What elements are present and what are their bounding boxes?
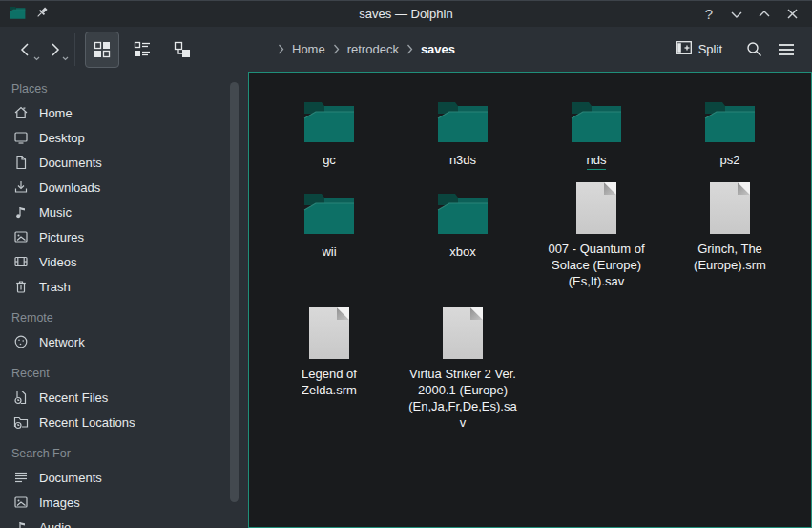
sidebar-item-label: Network: [39, 335, 85, 349]
folder-item-nds[interactable]: nds: [570, 82, 623, 174]
sidebar-item-search-images[interactable]: Images: [0, 490, 248, 515]
help-button[interactable]: ?: [698, 5, 719, 24]
folder-item-gc[interactable]: gc: [302, 82, 356, 174]
chevron-right-icon: [278, 44, 284, 54]
folder-icon: [703, 89, 757, 143]
app-folder-icon: [10, 6, 26, 22]
item-label: xbox: [449, 243, 475, 260]
file-item-virtua-striker-2[interactable]: Virtua Striker 2 Ver. 2000.1 (Europe) (E…: [406, 299, 519, 433]
sidebar-item-label: Documents: [39, 156, 102, 170]
sidebar-item-label: Videos: [39, 255, 77, 269]
sidebar-item-trash[interactable]: Trash: [0, 274, 248, 299]
sidebar-item-pictures[interactable]: Pictures: [0, 224, 248, 249]
item-label: Legend of Zelda.srm: [273, 366, 385, 398]
trash-icon: [12, 279, 29, 295]
file-item-007-quantum-of-solace[interactable]: 007 - Quantum of Solace (Europe) (Es,It)…: [540, 174, 653, 299]
recent-folder-clock-icon: [12, 414, 29, 431]
folder-icon: [570, 89, 623, 143]
image-icon: [12, 229, 29, 245]
sidebar-item-network[interactable]: Network: [0, 329, 248, 354]
desktop-icon: [12, 130, 29, 146]
split-view-icon: [676, 41, 692, 57]
sidebar-item-recent-locations[interactable]: Recent Locations: [0, 410, 248, 434]
section-places: Places Home Desktop Documents: [0, 79, 248, 299]
item-label: ps2: [720, 152, 740, 168]
sidebar-item-search-audio[interactable]: Audio: [0, 515, 248, 528]
breadcrumb-home[interactable]: Home: [288, 42, 329, 56]
sidebar-item-label: Music: [39, 205, 72, 220]
folder-icon: [436, 89, 489, 143]
file-item-legend-of-zelda[interactable]: Legend of Zelda.srm: [273, 299, 385, 433]
sidebar-item-label: Documents: [39, 471, 102, 485]
download-icon: [12, 180, 29, 196]
breadcrumb: Home retrodeck saves: [205, 42, 676, 56]
file-icon: [709, 180, 751, 235]
sidebar-item-music[interactable]: Music: [0, 200, 248, 224]
window-title: saves — Dolphin: [0, 7, 812, 21]
folder-item-ps2[interactable]: ps2: [703, 82, 757, 174]
split-button[interactable]: Split: [676, 41, 722, 57]
sidebar-item-label: Recent Files: [39, 391, 108, 405]
folder-item-wii[interactable]: wii: [302, 174, 356, 299]
item-label: Virtua Striker 2 Ver. 2000.1 (Europe) (E…: [406, 366, 519, 432]
sidebar-item-recent-files[interactable]: Recent Files: [0, 385, 248, 410]
back-button[interactable]: [11, 33, 40, 66]
folder-item-n3ds[interactable]: n3ds: [436, 82, 489, 174]
places-panel: Places Home Desktop Documents: [0, 72, 248, 528]
image-icon: [12, 495, 29, 511]
details-view-button[interactable]: [125, 32, 159, 68]
section-remote: Remote Network: [0, 308, 248, 354]
sidebar-item-label: Downloads: [39, 180, 100, 195]
search-button[interactable]: [739, 33, 768, 66]
folder-view[interactable]: gc n3ds nds ps2 wii xbox: [248, 72, 812, 528]
item-label: 007 - Quantum of Solace (Europe) (Es,It)…: [540, 241, 653, 289]
section-header-recent: Recent: [0, 364, 248, 385]
tree-view-button[interactable]: [165, 32, 199, 68]
forward-dropdown-icon[interactable]: [62, 50, 69, 64]
titlebar: saves — Dolphin ?: [0, 0, 812, 27]
sidebar-item-search-documents[interactable]: Documents: [0, 465, 248, 490]
hamburger-menu-button[interactable]: [772, 33, 801, 66]
folder-icon: [436, 180, 489, 235]
item-label: n3ds: [449, 152, 476, 168]
file-icon: [442, 306, 484, 360]
maximize-button[interactable]: [754, 5, 775, 24]
sidebar-item-documents[interactable]: Documents: [0, 150, 248, 175]
folder-icon: [302, 180, 356, 235]
breadcrumb-saves[interactable]: saves: [417, 42, 459, 56]
section-search-for: Search For Documents Images Audio: [0, 444, 248, 528]
chevron-right-icon: [333, 44, 340, 54]
sidebar-item-downloads[interactable]: Downloads: [0, 175, 248, 200]
section-header-search-for: Search For: [0, 444, 248, 465]
toolbar: Home retrodeck saves Split: [0, 27, 812, 72]
sidebar-item-desktop[interactable]: Desktop: [0, 125, 248, 150]
sidebar-item-label: Pictures: [39, 230, 84, 244]
sidebar-item-home[interactable]: Home: [0, 100, 248, 125]
icons-view-button[interactable]: [85, 32, 119, 68]
document-icon: [12, 155, 29, 171]
item-label: wii: [322, 243, 336, 260]
sidebar-item-label: Desktop: [39, 131, 85, 145]
close-button[interactable]: [781, 5, 802, 24]
sidebar-item-label: Recent Locations: [39, 415, 135, 430]
file-grid: gc n3ds nds ps2 wii xbox: [262, 82, 811, 433]
item-label: Grinch, The (Europe).srm: [674, 241, 786, 273]
sidebar-scrollbar[interactable]: [230, 82, 239, 502]
section-header-remote: Remote: [0, 308, 248, 329]
back-dropdown-icon[interactable]: [33, 50, 40, 64]
file-item-grinch-the[interactable]: Grinch, The (Europe).srm: [674, 174, 786, 299]
sidebar-item-videos[interactable]: Videos: [0, 249, 248, 274]
breadcrumb-retrodeck[interactable]: retrodeck: [344, 42, 403, 56]
music-note-icon: [12, 204, 29, 221]
minimize-button[interactable]: [726, 5, 747, 24]
network-globe-icon: [12, 334, 29, 350]
file-icon: [575, 180, 617, 235]
film-icon: [12, 254, 29, 270]
chevron-right-icon: [406, 44, 413, 54]
sidebar-item-label: Images: [39, 496, 80, 510]
pin-icon[interactable]: [35, 6, 49, 22]
folder-item-xbox[interactable]: xbox: [436, 174, 489, 299]
item-label: nds: [587, 152, 607, 168]
forward-button[interactable]: [40, 33, 69, 66]
sidebar-item-label: Audio: [39, 520, 71, 528]
